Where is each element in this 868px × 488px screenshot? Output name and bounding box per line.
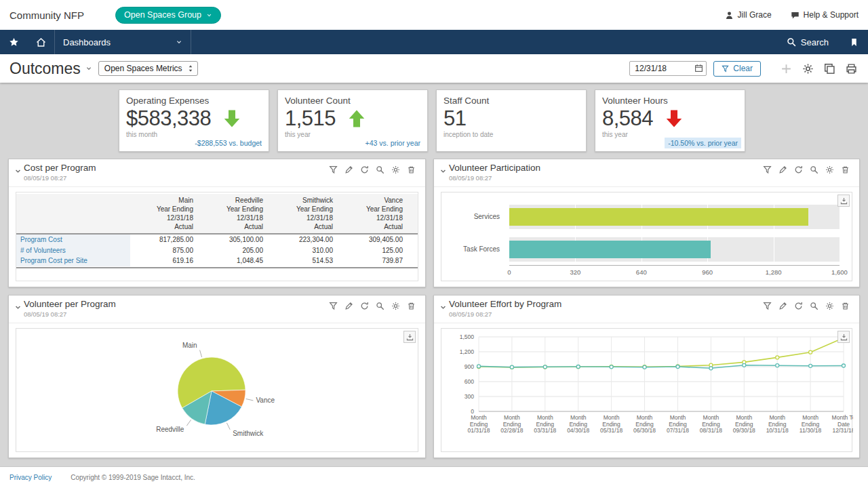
calendar-icon[interactable]: [694, 64, 703, 73]
widget-volunteer-effort: Volunteer Effort by Program 08/05/19 08:…: [433, 295, 860, 458]
table-row: Program Cost per Site619.161,048.45514.5…: [16, 256, 418, 266]
print-icon[interactable]: [844, 61, 859, 76]
kpi-card[interactable]: Operating Expenses $583,338 this month -…: [119, 89, 269, 152]
data-point[interactable]: [643, 365, 646, 369]
edit-icon[interactable]: [344, 302, 353, 311]
data-point[interactable]: [743, 363, 746, 367]
data-point[interactable]: [610, 365, 613, 369]
download-icon[interactable]: [837, 331, 850, 343]
kpi-card[interactable]: Volunteer Count 1,515 this year +43 vs. …: [277, 89, 428, 152]
filter-icon[interactable]: [762, 165, 772, 175]
effort-chart: 03006009001,2001,500MonthEnding01/31/18M…: [441, 329, 853, 453]
data-point[interactable]: [676, 365, 679, 369]
delete-icon[interactable]: [406, 302, 416, 311]
pie-label: Reedville: [156, 426, 184, 433]
x-axis-tick: Month: [703, 414, 719, 421]
widget-toolbar: [328, 299, 420, 311]
filter-icon[interactable]: [328, 165, 338, 175]
kpi-value: 1,515: [285, 106, 336, 131]
page-title: Outcomes: [9, 60, 81, 78]
copy-icon[interactable]: [822, 61, 837, 76]
dashboard-view-select[interactable]: Open Spaces Metrics: [98, 61, 198, 76]
help-support-button[interactable]: Help & Support: [791, 10, 859, 20]
collapse-icon[interactable]: [437, 302, 449, 314]
settings-icon[interactable]: [391, 165, 400, 175]
add-icon[interactable]: [778, 61, 793, 76]
favorites-button[interactable]: [0, 30, 27, 54]
kpi-card[interactable]: Staff Count 51 inception to date: [436, 89, 587, 152]
star-icon: [9, 37, 19, 47]
filter-icon[interactable]: [328, 302, 338, 311]
user-menu[interactable]: Jill Grace: [725, 10, 772, 20]
data-point[interactable]: [809, 350, 812, 354]
main-navbar: Dashboards Search: [0, 30, 868, 54]
category-label: Services: [474, 213, 500, 221]
row-label-link[interactable]: # of Volunteers: [20, 247, 66, 254]
refresh-icon[interactable]: [793, 302, 803, 311]
bookmark-button[interactable]: [840, 30, 868, 54]
edit-icon[interactable]: [778, 165, 787, 175]
edit-icon[interactable]: [778, 302, 787, 311]
delete-icon[interactable]: [406, 165, 416, 175]
kpi-card[interactable]: Volunteer Hours 8,584 this year -10.50% …: [595, 89, 745, 152]
kpi-title: Volunteer Count: [285, 96, 420, 106]
data-point[interactable]: [776, 356, 779, 359]
table-col-header: VanceYear Ending12/31/18Actual: [340, 194, 410, 233]
widget-toolbar: [762, 163, 854, 175]
kpi-title: Operating Expenses: [126, 96, 262, 106]
refresh-icon[interactable]: [359, 302, 369, 311]
home-button[interactable]: [27, 30, 54, 54]
widget-toolbar: [762, 299, 854, 311]
collapse-icon[interactable]: [437, 165, 449, 178]
bar-services[interactable]: [509, 208, 808, 226]
clear-filter-button[interactable]: Clear: [713, 61, 761, 77]
zoom-icon[interactable]: [809, 302, 818, 311]
data-point[interactable]: [776, 364, 779, 367]
zoom-icon[interactable]: [809, 165, 818, 175]
trend-arrow-icon: [664, 108, 684, 129]
axis-tick: 0: [507, 268, 511, 276]
delete-icon[interactable]: [840, 302, 850, 311]
filter-icon[interactable]: [762, 302, 772, 311]
collapse-icon[interactable]: [12, 302, 24, 314]
data-point[interactable]: [709, 367, 713, 370]
table-row: # of Volunteers875.00205.00310.00125.00: [16, 245, 418, 256]
row-label-link[interactable]: Program Cost per Site: [20, 257, 87, 264]
x-axis-tick: Ending: [768, 421, 787, 428]
line-series[interactable]: [479, 338, 844, 367]
edit-icon[interactable]: [344, 165, 353, 175]
data-point[interactable]: [809, 364, 812, 367]
download-icon[interactable]: [403, 331, 416, 343]
data-point[interactable]: [576, 365, 580, 369]
zoom-icon[interactable]: [375, 165, 384, 175]
download-icon[interactable]: [837, 195, 850, 207]
row-label-link[interactable]: Program Cost: [20, 236, 62, 243]
zoom-icon[interactable]: [375, 302, 384, 311]
title-dropdown-button[interactable]: [83, 63, 94, 74]
refresh-icon[interactable]: [359, 165, 369, 175]
x-axis-tick: Ending: [470, 421, 488, 428]
x-axis-tick: Month: [670, 414, 686, 421]
collapse-icon[interactable]: [12, 165, 24, 178]
axis-tick: 960: [702, 268, 713, 276]
search-button[interactable]: Search: [776, 30, 840, 54]
settings-icon[interactable]: [800, 61, 815, 76]
x-axis-tick: 12/31/18: [832, 427, 853, 434]
settings-icon[interactable]: [825, 165, 834, 175]
help-label: Help & Support: [804, 10, 859, 20]
dashboards-menu[interactable]: Dashboards: [54, 30, 191, 54]
data-point[interactable]: [477, 365, 481, 368]
settings-icon[interactable]: [825, 302, 834, 311]
delete-icon[interactable]: [840, 165, 850, 175]
privacy-policy-link[interactable]: Privacy Policy: [9, 474, 52, 481]
data-point[interactable]: [510, 365, 513, 369]
data-point[interactable]: [842, 364, 846, 367]
chart-panel: ServicesTask Forces03206409601,2801,600: [441, 192, 852, 281]
widget-title: Volunteer Effort by Program: [449, 299, 561, 309]
x-axis-tick: 05/31/18: [600, 427, 623, 434]
data-point[interactable]: [543, 365, 547, 369]
settings-icon[interactable]: [391, 302, 400, 311]
bar-task-forces[interactable]: [509, 241, 711, 258]
refresh-icon[interactable]: [793, 165, 803, 175]
entity-selector-button[interactable]: Open Spaces Group: [115, 7, 221, 24]
